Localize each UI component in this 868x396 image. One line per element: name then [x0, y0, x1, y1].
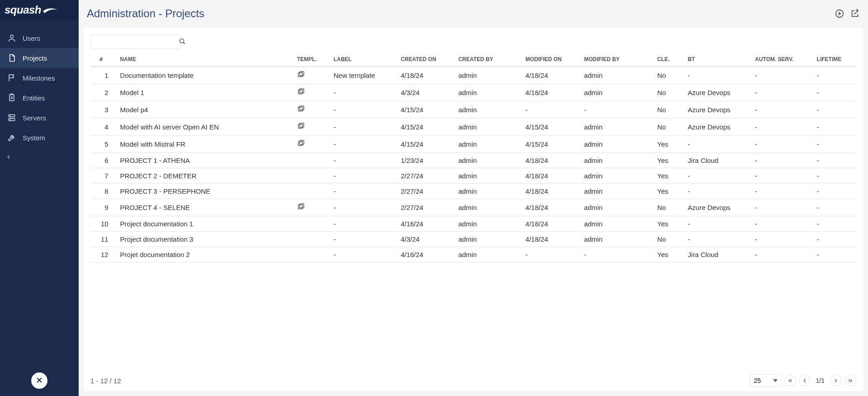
svg-rect-15 [298, 90, 302, 94]
cell-name: PROJECT 1 - ATHENA [117, 153, 293, 168]
table-row[interactable]: 9PROJECT 4 - SELENE-2/27/24admin4/18/24a… [90, 199, 856, 216]
pager: 25 1/1 [750, 374, 856, 387]
cell-autom-serv: - [751, 84, 813, 101]
col-cle[interactable]: CLE. [654, 52, 684, 67]
cell-name: PROJECT 4 - SELENE [117, 199, 293, 216]
export-button[interactable] [850, 9, 860, 19]
table-row[interactable]: 8PROJECT 3 - PERSEPHONE-2/27/24admin4/18… [90, 184, 856, 199]
cell-bt: - [684, 67, 751, 84]
col-modified-on[interactable]: MODIFIED ON [522, 52, 580, 67]
svg-point-11 [180, 38, 184, 43]
cell-modified-by: admin [580, 216, 654, 232]
svg-rect-1 [9, 95, 14, 100]
wrench-icon [7, 133, 16, 142]
cell-created-by: admin [455, 136, 522, 153]
cell-cle: Yes [654, 216, 684, 232]
cell-cle: Yes [654, 184, 684, 199]
collapse-sidebar-button[interactable] [0, 150, 79, 165]
svg-rect-17 [298, 107, 302, 111]
cell-bt: Azure Devops [684, 84, 751, 101]
col-autom-serv[interactable]: AUTOM. SERV. [751, 52, 813, 67]
search-box[interactable] [90, 34, 181, 49]
table-row[interactable]: 11Project documentation 3-4/3/24admin4/1… [90, 232, 856, 247]
svg-rect-22 [300, 140, 304, 144]
table-row[interactable]: 2Model 1-4/3/24admin4/18/24adminNoAzure … [90, 84, 856, 101]
table-row[interactable]: 12Projet documentation 2-4/16/24admin--Y… [90, 247, 856, 262]
first-page-button[interactable] [784, 375, 796, 386]
add-project-button[interactable] [835, 9, 844, 19]
cell-modified-on: 4/18/24 [522, 67, 580, 84]
cell-index: 6 [90, 153, 117, 168]
logo-text: squash [5, 4, 41, 16]
search-input[interactable] [94, 38, 175, 46]
col-modified-by[interactable]: MODIFIED BY [580, 52, 654, 67]
template-icon [297, 105, 305, 115]
cell-templ [293, 153, 330, 168]
cell-cle: No [654, 67, 684, 84]
svg-rect-18 [300, 106, 304, 110]
template-icon [297, 122, 305, 132]
template-icon [297, 71, 305, 80]
col-templ[interactable]: TEMPL. [293, 52, 330, 67]
cell-modified-by: admin [580, 136, 654, 153]
cell-bt: Azure Devops [684, 199, 751, 216]
table-row[interactable]: 3Model p4-4/15/24admin--NoAzure Devops-- [90, 101, 856, 119]
cell-created-by: admin [455, 184, 522, 199]
svg-rect-20 [300, 123, 304, 127]
sidebar-item-entities[interactable]: Entities [0, 88, 79, 108]
cell-modified-on: 4/15/24 [522, 136, 580, 153]
cell-modified-on: - [522, 101, 580, 119]
next-page-button[interactable] [830, 375, 842, 386]
svg-rect-3 [9, 119, 14, 121]
cell-index: 11 [90, 232, 117, 247]
col-created-by[interactable]: CREATED BY [455, 52, 522, 67]
col-created-on[interactable]: CREATED ON [397, 52, 454, 67]
cell-modified-on: 4/18/24 [522, 232, 580, 247]
col-bt[interactable]: BT [684, 52, 751, 67]
cell-index: 12 [90, 247, 117, 262]
table-row[interactable]: 1Documentation templateNew template4/18/… [90, 67, 856, 84]
sidebar-item-system[interactable]: System [0, 128, 79, 148]
cell-autom-serv: - [751, 119, 813, 136]
main: Administration - Projects [79, 0, 868, 396]
col-index[interactable]: # [90, 52, 117, 67]
table-row[interactable]: 5Model with Mistral FR-4/15/24admin4/15/… [90, 136, 856, 153]
close-admin-button[interactable] [31, 372, 47, 389]
cell-templ [293, 216, 330, 232]
page-size-select[interactable]: 25 [750, 374, 782, 387]
sidebar-item-milestones[interactable]: Milestones [0, 68, 79, 88]
logo[interactable]: squash [0, 0, 79, 20]
prev-page-button[interactable] [799, 375, 811, 386]
sidebar-item-servers[interactable]: Servers [0, 108, 79, 128]
col-name[interactable]: NAME [117, 52, 293, 67]
cell-lifetime: - [813, 184, 856, 199]
sidebar-item-label: Servers [23, 114, 46, 122]
cell-created-on: 4/18/24 [397, 67, 454, 84]
sidebar-item-projects[interactable]: Projects [0, 48, 79, 68]
cell-lifetime: - [813, 136, 856, 153]
cell-name: Model with Mistral FR [117, 136, 293, 153]
col-lifetime[interactable]: LIFETIME [813, 52, 856, 67]
cell-templ [293, 67, 330, 84]
svg-rect-16 [300, 89, 304, 93]
table-row[interactable]: 7PROJECT 2 - DEMETER-2/27/24admin4/18/24… [90, 168, 856, 184]
svg-rect-14 [300, 72, 304, 76]
table-row[interactable]: 6PROJECT 1 - ATHENA-1/23/24admin4/18/24a… [90, 153, 856, 168]
flag-icon [7, 73, 16, 82]
document-icon [7, 53, 16, 62]
last-page-button[interactable] [844, 375, 856, 386]
cell-created-by: admin [455, 168, 522, 184]
table-row[interactable]: 4Model with AI server Open AI EN-4/15/24… [90, 119, 856, 136]
cell-modified-by: - [580, 101, 654, 119]
record-count: 1 - 12 / 12 [90, 377, 121, 385]
cell-label: - [330, 119, 397, 136]
table-row[interactable]: 10Project documentation 1-4/16/24admin4/… [90, 216, 856, 232]
search-icon[interactable] [178, 37, 186, 47]
cell-autom-serv: - [751, 136, 813, 153]
cell-lifetime: - [813, 101, 856, 119]
col-label[interactable]: LABEL [330, 52, 397, 67]
template-icon [297, 139, 305, 149]
sidebar-item-users[interactable]: Users [0, 28, 79, 48]
cell-label: - [330, 216, 397, 232]
cell-name: Projet documentation 2 [117, 247, 293, 262]
